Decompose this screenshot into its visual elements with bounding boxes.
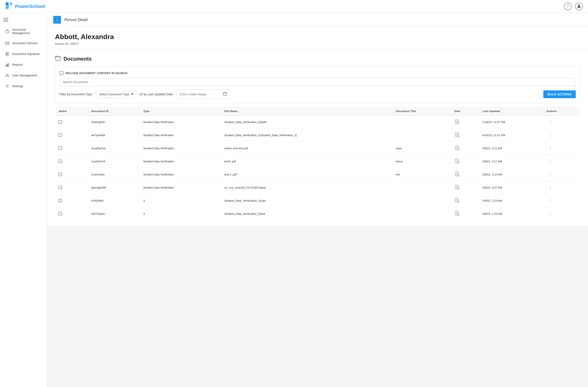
sidebar-item-document-signature[interactable]: Document Signature [0, 48, 47, 59]
row-checkbox-1[interactable] [59, 133, 62, 137]
main-layout: Document Management Document Delivery Do… [0, 13, 588, 387]
briefcase-icon [5, 29, 10, 34]
sidebar-item-reports[interactable]: Reports [0, 59, 47, 70]
row-view-cell [451, 207, 479, 220]
row-doc-id: 4hwicgh5b [88, 116, 140, 129]
help-icon: ? [567, 4, 569, 8]
row-checkbox-5[interactable] [59, 186, 62, 189]
row-checkbox-4[interactable] [59, 173, 62, 176]
row-doc-title [392, 194, 451, 207]
hamburger-button[interactable] [0, 16, 12, 23]
row-actions-button-7[interactable]: ⋮ [546, 210, 554, 217]
table-row: 1us26a7e4 Student Data Verification test… [55, 155, 580, 168]
row-actions-cell: ⋮ [543, 207, 580, 220]
svg-point-13 [6, 74, 7, 75]
row-checkbox-0[interactable] [59, 120, 62, 124]
col-view: View [451, 107, 479, 116]
row-view-cell [451, 168, 479, 181]
view-document-icon[interactable] [454, 175, 460, 178]
back-icon: ‹ [57, 18, 58, 22]
svg-rect-10 [6, 65, 6, 66]
sidebar-label-settings: Settings [12, 85, 23, 88]
row-checkbox-7[interactable] [59, 212, 62, 215]
row-checkbox-3[interactable] [59, 160, 62, 163]
svg-rect-1 [9, 2, 12, 5]
row-select-cell [55, 129, 88, 142]
row-doc-id: 4uxw5q7wz [88, 142, 140, 155]
sidebar-item-user-management[interactable]: User Management [0, 70, 47, 81]
row-select-cell [55, 168, 88, 181]
row-checkbox-2[interactable] [59, 147, 62, 150]
row-view-cell [451, 155, 479, 168]
col-type: Type [140, 107, 221, 116]
row-actions-button-4[interactable]: ⋮ [546, 171, 554, 178]
view-document-icon[interactable] [454, 201, 460, 204]
help-button[interactable]: ? [564, 2, 572, 10]
filter-by-type-label: Filter by Document Type: [60, 93, 93, 96]
row-actions-button-1[interactable]: ⋮ [546, 132, 554, 139]
include-search-checkbox[interactable] [60, 71, 63, 75]
row-checkbox-6[interactable] [59, 199, 62, 202]
logo-area: P PowerSchool [5, 2, 45, 11]
row-select-cell [55, 207, 88, 220]
sidebar-item-document-management[interactable]: Document Management [0, 25, 47, 38]
bulk-actions-button[interactable]: BULK ACTIONS [543, 90, 576, 98]
hamburger-line-3 [3, 21, 8, 22]
date-range-input[interactable] [177, 91, 220, 98]
person-info: Abbott, Alexandra Person ID: 25877 [47, 27, 588, 50]
row-doc-id: e30t299xl [88, 194, 140, 207]
row-actions-button-2[interactable]: ⋮ [546, 145, 554, 152]
row-actions-button-0[interactable]: ⋮ [546, 119, 554, 126]
folder-icon [55, 55, 61, 62]
row-doc-title: uops [392, 142, 451, 155]
row-actions-cell: ⋮ [543, 168, 580, 181]
calendar-icon[interactable] [220, 90, 230, 99]
row-view-cell [451, 181, 479, 194]
view-document-icon[interactable] [454, 214, 460, 217]
table-row: e30t299xl 3 Student_Data_Verification_2(… [55, 194, 580, 207]
row-file-name: Student_Data_Verification_2(test [221, 207, 392, 220]
sidebar-item-settings[interactable]: Settings [0, 81, 47, 91]
row-doc-id: bpm4g0294 [88, 181, 140, 194]
table-row: ee7qv4x8d Student Data Verification Stud… [55, 129, 580, 142]
row-doc-id: ee7qv4x8d [88, 129, 140, 142]
view-document-icon[interactable] [454, 149, 460, 152]
back-button[interactable]: ‹ [53, 16, 61, 24]
view-document-icon[interactable] [454, 122, 460, 126]
gear-icon [5, 84, 10, 88]
row-view-cell [451, 194, 479, 207]
document-type-select[interactable]: Select Document Type [96, 91, 136, 98]
table-header: Select Document ID Type File Name Docume… [55, 107, 580, 116]
row-actions-button-5[interactable]: ⋮ [546, 184, 554, 191]
documents-title: Documents [63, 56, 92, 62]
row-actions-cell: ⋮ [543, 142, 580, 155]
table-row: bpm4g0294 Student Data Verification co_c… [55, 181, 580, 194]
user-icon [577, 4, 581, 9]
row-type: Student Data Verification [140, 142, 221, 155]
date-range-wrapper [177, 89, 230, 99]
view-document-icon[interactable] [454, 135, 460, 139]
view-document-icon[interactable] [454, 162, 460, 165]
svg-text:P: P [6, 4, 9, 9]
row-type: Student Data Verification [140, 155, 221, 168]
documents-section: Documents INCLUDE DOCUMENT CONTENT IN SE… [47, 50, 588, 225]
logo-text: PowerSchool [15, 4, 45, 9]
svg-rect-15 [223, 92, 227, 95]
table-body: 4hwicgh5b Student Data Verification Stud… [55, 116, 580, 220]
page-header-bar: ‹ Person Detail [47, 13, 588, 27]
sidebar-item-document-delivery[interactable]: Document Delivery [0, 38, 47, 48]
row-actions-button-3[interactable]: ⋮ [546, 158, 554, 165]
row-last-updated: 2/8/22, 1:53 AM [479, 207, 543, 220]
search-input[interactable] [60, 78, 576, 86]
user-menu-button[interactable] [575, 2, 583, 10]
row-select-cell [55, 142, 88, 155]
row-actions-cell: ⋮ [543, 155, 580, 168]
sidebar: Document Management Document Delivery Do… [0, 13, 47, 387]
row-file-name: co_csa_cmas19_CO-0130-04yoo [221, 181, 392, 194]
row-actions-cell: ⋮ [543, 116, 580, 129]
svg-rect-11 [7, 64, 7, 66]
row-actions-button-6[interactable]: ⋮ [546, 197, 554, 204]
view-document-icon[interactable] [454, 188, 460, 191]
mail-icon [5, 41, 10, 45]
svg-point-4 [578, 4, 580, 6]
